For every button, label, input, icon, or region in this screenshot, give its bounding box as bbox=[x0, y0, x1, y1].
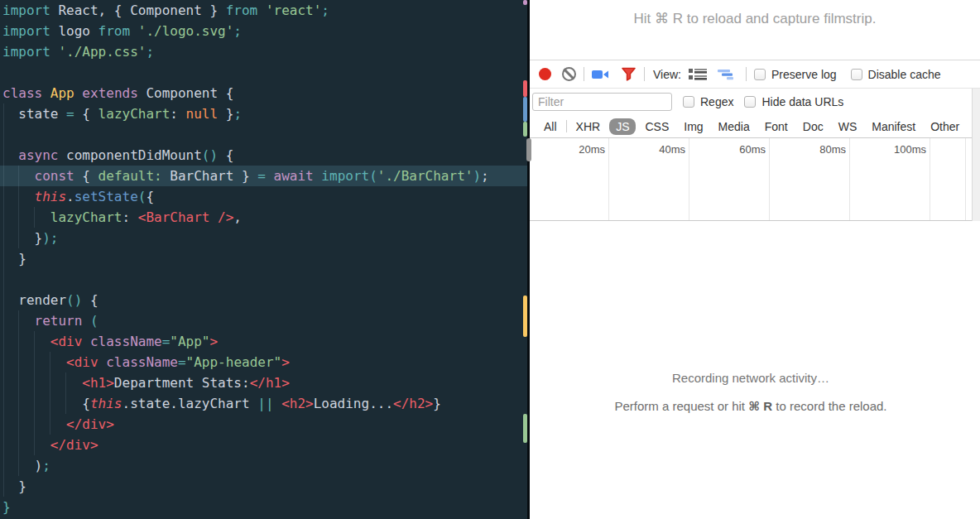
code-line bbox=[0, 124, 527, 145]
code-line bbox=[0, 62, 527, 83]
code-line: state = { lazyChart: null }; bbox=[0, 103, 527, 124]
tab-ws[interactable]: WS bbox=[831, 118, 865, 135]
timeline-tick: 40ms bbox=[609, 138, 689, 220]
code-line: async componentDidMount() { bbox=[0, 145, 527, 166]
indent-guide bbox=[50, 352, 50, 435]
timeline-tick: 100ms bbox=[850, 138, 930, 220]
clear-requests-button[interactable] bbox=[562, 67, 576, 81]
toolbar-separator bbox=[746, 67, 747, 81]
code-line: import './App.css'; bbox=[0, 41, 527, 62]
hide-data-urls-checkbox[interactable] bbox=[744, 96, 756, 108]
devtools-scrollbar[interactable] bbox=[972, 89, 980, 221]
timeline-tick: 80ms bbox=[770, 138, 850, 220]
tab-img[interactable]: Img bbox=[676, 118, 710, 135]
filmstrip-hint: Hit ⌘ R to reload and capture filmstrip. bbox=[530, 0, 980, 60]
capture-screenshots-icon[interactable] bbox=[592, 69, 609, 80]
hide-data-urls-option: Hide data URLs bbox=[744, 95, 843, 108]
devtools-network-panel: Hit ⌘ R to reload and capture filmstrip.… bbox=[530, 0, 980, 519]
code-line: } bbox=[0, 497, 527, 517]
code-line: this.setState({ bbox=[0, 186, 527, 207]
timeline-grid: 20ms40ms60ms80ms100ms bbox=[530, 138, 980, 221]
tab-divider bbox=[566, 120, 567, 132]
disable-cache-checkbox[interactable] bbox=[851, 69, 862, 80]
code-line: import logo from './logo.svg'; bbox=[0, 21, 527, 41]
timeline-tick: 20ms bbox=[530, 138, 609, 220]
disable-cache-label: Disable cache bbox=[868, 68, 941, 81]
regex-checkbox[interactable] bbox=[683, 96, 694, 108]
resource-type-tabs: AllXHRJSCSSImgMediaFontDocWSManifestOthe… bbox=[530, 115, 980, 138]
indent-guide bbox=[3, 103, 4, 497]
code-line: return ( bbox=[0, 310, 527, 331]
pane-divider[interactable] bbox=[527, 0, 530, 519]
code-line: <div className="App-header"> bbox=[0, 352, 527, 372]
indent-guide bbox=[34, 331, 35, 455]
network-toolbar: View: Preserve log Disable cache bbox=[530, 60, 980, 89]
tab-css[interactable]: CSS bbox=[637, 118, 676, 135]
code-line bbox=[0, 269, 527, 290]
tab-font[interactable]: Font bbox=[757, 118, 795, 135]
disable-cache-option: Disable cache bbox=[851, 68, 941, 81]
toolbar-separator bbox=[584, 67, 584, 81]
waterfall-timeline-icon[interactable] bbox=[718, 69, 738, 80]
preserve-log-checkbox[interactable] bbox=[754, 69, 766, 80]
empty-state-message: Recording network activity… Perform a re… bbox=[530, 371, 972, 414]
code-line: <div className="App"> bbox=[0, 331, 527, 352]
recording-instruction: Perform a request or hit ⌘ R to record t… bbox=[530, 399, 972, 414]
code-line: <h1>Department Stats:</h1> bbox=[0, 372, 527, 393]
code-line: </div> bbox=[0, 435, 527, 455]
code-line: {this.state.lazyChart || <h2>Loading...<… bbox=[0, 393, 527, 414]
indent-guide bbox=[65, 372, 66, 414]
record-button[interactable] bbox=[539, 68, 551, 80]
code-line-highlighted: const { default: BarChart } = await impo… bbox=[0, 166, 527, 186]
filter-bar: Regex Hide data URLs bbox=[530, 89, 980, 115]
code-line: </div> bbox=[0, 414, 527, 435]
recording-status: Recording network activity… bbox=[530, 371, 972, 385]
editor-scrollbar-thumb[interactable] bbox=[526, 138, 531, 161]
code-editor[interactable]: import React, { Component } from 'react'… bbox=[0, 0, 527, 519]
timeline-column bbox=[930, 138, 966, 220]
regex-label: Regex bbox=[700, 95, 733, 108]
code-area: import React, { Component } from 'react'… bbox=[0, 0, 527, 517]
tab-other[interactable]: Other bbox=[923, 118, 967, 135]
code-line: lazyChart: <BarChart />, bbox=[0, 207, 527, 228]
preserve-log-label: Preserve log bbox=[771, 68, 837, 81]
filter-icon[interactable] bbox=[621, 67, 637, 81]
regex-option: Regex bbox=[683, 95, 733, 108]
filter-input[interactable] bbox=[532, 93, 672, 111]
code-line: }); bbox=[0, 228, 527, 248]
hide-data-urls-label: Hide data URLs bbox=[761, 95, 843, 108]
tab-all[interactable]: All bbox=[536, 118, 564, 135]
view-label: View: bbox=[653, 68, 681, 81]
code-line: ); bbox=[0, 455, 527, 476]
code-line: } bbox=[0, 476, 527, 497]
tab-xhr[interactable]: XHR bbox=[569, 118, 608, 135]
indent-guide bbox=[18, 310, 19, 476]
indent-guide bbox=[18, 166, 19, 248]
code-line: class App extends Component { bbox=[0, 83, 527, 103]
tab-manifest[interactable]: Manifest bbox=[864, 118, 923, 135]
tab-media[interactable]: Media bbox=[711, 118, 757, 135]
code-line: import React, { Component } from 'react'… bbox=[0, 0, 527, 21]
toolbar-separator bbox=[644, 67, 645, 81]
preserve-log-option: Preserve log bbox=[754, 68, 837, 81]
large-request-rows-icon[interactable] bbox=[689, 68, 707, 80]
code-line: render() { bbox=[0, 290, 527, 310]
screen: import React, { Component } from 'react'… bbox=[0, 0, 980, 519]
code-line: } bbox=[0, 248, 527, 269]
timeline-tick: 60ms bbox=[689, 138, 770, 220]
tab-doc[interactable]: Doc bbox=[795, 118, 831, 135]
indent-guide bbox=[34, 207, 35, 228]
tab-js[interactable]: JS bbox=[609, 118, 636, 135]
